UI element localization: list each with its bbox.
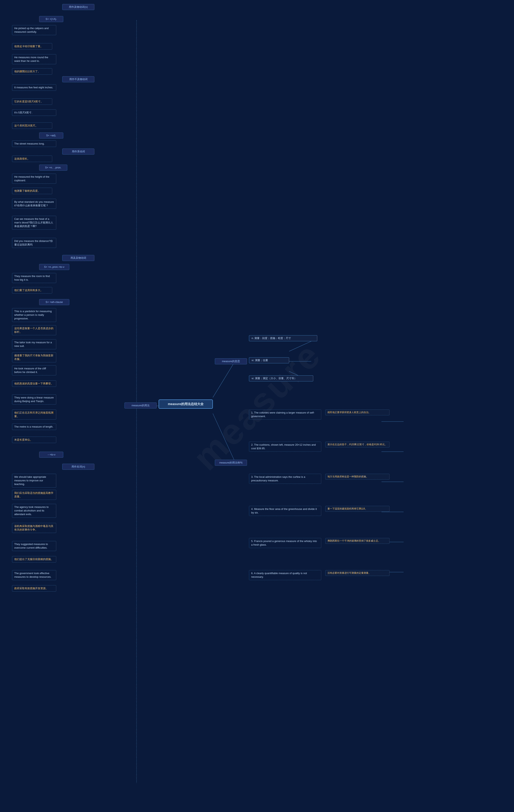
example-cn-1: 殖民地正要求获得更多人权意上的自治。 [325,409,390,415]
ex-government-cn: 政府采取有效措施开发资源。 [12,585,56,591]
meaning-vt2: vi. 测量；估量 [249,357,289,363]
ex-five-feet-en: It measures five feet eight inches. [12,84,56,91]
ex-room-cn: 这个房间宽25英尺。 [12,122,52,129]
ex-linear-en: They were doing a linear measure during … [12,395,56,405]
ex-government-en: The government took effective measures t… [12,570,56,580]
left-branch-label: measure的用法 [124,403,156,408]
example-cn-5: 弗朗西斯往一个干净的玻璃杯里倒了很多威士忌。 [325,538,390,544]
pattern-to-v: －+to-v [39,452,63,458]
ex-cliff-cn: 他把悬崖的高度估量一下再攀登。 [12,380,56,387]
ex-room2-cn: 他们量了这房间有多大。 [12,287,52,293]
ex-metre-cn: 米是长度单位。 [12,437,56,443]
ex-distance-en: Did you measure the distance?你量过这段距离吗 [12,238,56,248]
right-examples-label: measure的用法例句 [215,460,247,466]
usage-transitive-label: 用作及物动词(v) [62,4,94,10]
ex-suggested-en: They suggested measures to overcome curr… [12,541,56,551]
example-en-1: 1. The colonies were claiming a larger m… [249,409,321,419]
ex-agency-cn: 该机构采取措施与酒精中毒及与其有关的坏事作斗争。 [12,523,56,533]
usage-intransitive-label: 用作不及物动词 [62,76,94,82]
example-en-3: 3. The local administration says the cur… [249,474,321,484]
meaning-vt1: n. 测量；刻度；措施；程度；尺寸 [249,335,317,341]
ex-standard-en: By what standard do you measure it?你用什么标… [12,199,56,209]
ex-yardstick-en: This is a yardstick for measuring whethe… [12,308,56,322]
ex-appropriate-en: We should take appropriate measures to i… [12,474,56,488]
pattern-n-pron-tov: S+ +n.,pron.+to-v [39,264,69,270]
ex-metre-en: The metre is a measure of length. [12,424,56,430]
ex-street-en: The street measures long. [12,141,56,147]
ex-tailor-cn: 裁缝量了我的尺寸准备为我做套新衣服。 [12,352,56,362]
usage-noun-label: 用作名词(n) [62,464,94,470]
ex-five-feet-cn: 它的长度是5英尺8英寸。 [12,98,52,105]
pattern-adj: S+ +ad). [39,133,63,139]
example-cn-2: 展示在左边的垫子，约20乘12英寸，价格是约39.95元。 [325,442,390,447]
svg-line-5 [289,341,311,351]
svg-line-1 [213,361,235,398]
usage-linking-label: 用作系动词 [62,149,94,154]
ex-picked-cn: 他拿起卡钳仔细量了量。 [12,43,52,50]
ex-cliff-en: He took measure of the cliff before he c… [12,365,56,375]
example-en-6: 6. A clearly quantifiable measure of qua… [249,570,321,580]
right-meaning-label: measure的意思 [215,358,247,364]
example-cn-4: 量一下温室的建筑面积再将它乘以6。 [325,506,390,512]
example-en-4: 4. Measure the floor area of the greenho… [249,506,321,516]
svg-line-2 [213,413,235,462]
ex-agency-en: The agency took measures to combat alcoh… [12,504,56,518]
ex-height-cn: 他测量了橱柜的高度。 [12,188,52,194]
pattern-wh: S+ +wh-clause [39,299,69,305]
ex-picked-en: He picked up the calipers and measured c… [12,25,56,35]
ex-street-cn: 这条路很长。 [12,155,52,162]
meaning-vt3: vi. 测量；测定（大小、容量、尺寸等） [249,375,313,381]
center-node: measure的用法总结大全 [159,400,213,409]
usage-transitive-2-label: 用及及物动词 [62,255,94,261]
ex-suggested-cn: 他们提出了克服目前困难的措施。 [12,556,56,562]
ex-measures-more-cn: 他的腰围比以前大了。 [12,68,52,75]
pattern-n-pron: S+ +n.，pron. [39,165,67,171]
ex-room2-en: They measure the room to find how big it… [12,273,56,283]
example-cn-3: 地方当局政府称这是一种预防的措施。 [325,474,390,480]
ex-appropriate-cn: 我们应当采取适当的措施提高教学质量。 [12,490,56,500]
pattern-sa: S+ +(+A). [39,16,63,22]
example-cn-6: 没有必要对质量进行可测量的定量测量。 [325,570,390,576]
ex-height-en: He measured the height of the cupboard. [12,174,56,184]
ex-measures-more-en: He measures more round the waist than he… [12,54,56,64]
ex-linear-cn: 他们正在北京和天津之间做直线测量。 [12,409,56,419]
example-en-5: 5. Francis poured a generous measure of … [249,538,321,548]
example-en-2: 2. The cushions, shown left, measure 20×… [249,442,321,452]
ex-yardstick-cn: 这结果是衡量一个人是否真进步的标杆。 [12,325,56,335]
ex-room-en: It's 5英尺8英寸. [12,109,56,116]
ex-heat-en: Can we measure the heat of a man's blood… [12,216,56,230]
ex-tailor-en: The tailor took my measure for a new sui… [12,339,56,349]
